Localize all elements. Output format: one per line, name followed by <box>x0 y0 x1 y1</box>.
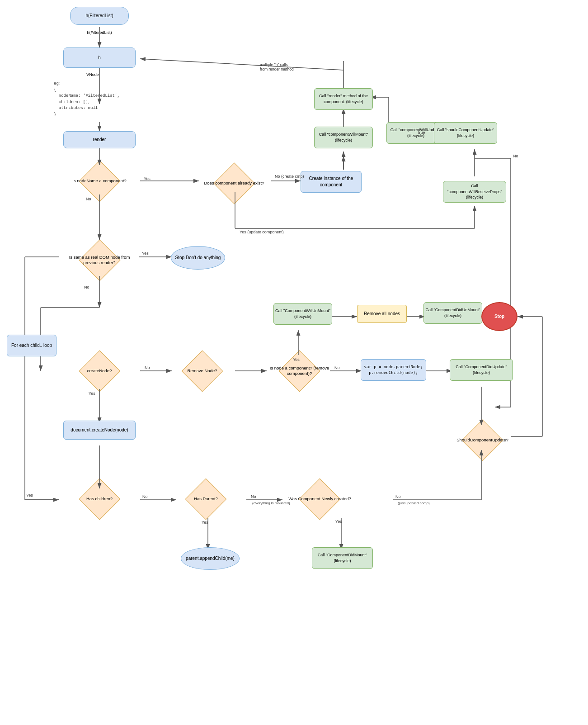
is-node-component-diamond: Is node a component? (remove component)? <box>260 351 339 391</box>
yes-has-children-label: Yes <box>26 493 33 498</box>
does-component-exist-diamond: Does component already exist? <box>193 163 275 204</box>
call-component-did-update-node: Call "ComponentDidUpdate" (lifecycle) <box>450 359 513 381</box>
for-each-child-loop-node: For each child.. loop <box>7 335 56 356</box>
render-box-node: render <box>63 131 136 148</box>
stop-red-node: Stop <box>481 302 517 331</box>
call-component-will-mount-node: Call "componentWillMount" (lifecycle) <box>314 127 373 148</box>
should-component-update-diamond: ShouldComponentUpdate? <box>441 420 524 460</box>
remove-node-diamond: Remove Node? <box>165 351 240 391</box>
h-box-node: h <box>63 47 136 68</box>
yes-update-component-label: Yes (update component) <box>240 230 284 234</box>
svg-line-10 <box>140 59 343 70</box>
no-same-dom-label: No <box>84 285 89 289</box>
is-nodename-component-diamond: Is nodeName a component? <box>59 161 140 201</box>
has-children-diamond: Has children? <box>59 479 140 519</box>
yes-create-node-label: Yes <box>89 391 95 396</box>
call-component-will-unmount-node: Call "ComponentWillUnMount" (lifecycle) <box>273 303 332 325</box>
yes-label-nodename: Yes <box>144 176 151 181</box>
h-filtered-list-call-label: h(FilteredList) <box>70 28 129 37</box>
vnode-label-node: VNode <box>70 70 115 79</box>
just-updated-comp-label: (just updated comp) <box>398 501 430 505</box>
call-component-will-receive-props-node: Call "componentWillReceiveProps" (lifecy… <box>443 181 506 203</box>
has-parent-diamond: Has Parent? <box>166 479 245 519</box>
var-p-node: var p = node.parentNode; p.removeChild(n… <box>361 359 426 381</box>
call-should-component-update-node: Call "shouldComponentUpdate" (lifecycle) <box>434 122 497 144</box>
stop-dont-do-anything-node: Stop Don't do anything <box>171 246 225 270</box>
create-instance-node: Create instance of the component <box>301 171 362 193</box>
no-create-cmp-label: No (create cmp) <box>275 174 304 179</box>
no-should-update: No <box>513 154 518 158</box>
is-same-as-real-dom-diamond: Is same as real DOM node from previous r… <box>59 240 140 280</box>
call-render-method-node: Call "render" method of the component. (… <box>314 88 373 110</box>
was-component-newly-created-diamond: Was Component Newly created? <box>276 479 364 519</box>
call-component-did-unmount-node: Call "ComponentDidUnMount" (lifecycle) <box>423 302 482 324</box>
no-create-node-label: No <box>145 365 150 370</box>
h-filtered-list-top-node: h(FilteredList) <box>70 7 129 25</box>
multiple-h-calls-label: multiple "h" callsfrom render method <box>260 62 294 71</box>
no-has-parent-label: No <box>251 494 256 499</box>
document-create-node-node: document.createNode(node) <box>63 421 136 440</box>
yes-same-dom-label: Yes <box>142 251 149 256</box>
yes-has-parent-label: Yes <box>202 520 208 525</box>
call-component-did-mount-node: Call "ComponentDidMount" (lifecycle) <box>312 547 373 569</box>
yes-newly-created-label: Yes <box>335 519 342 524</box>
vnode-example-node: eg: { nodeName: 'FilteredList', children… <box>52 79 133 118</box>
remove-all-nodes-node: Remove all nodes <box>357 305 407 323</box>
no-has-children-label: No <box>142 494 148 499</box>
parent-append-child-node: parent.appendChild(me) <box>181 547 240 570</box>
create-node-diamond: createNode? <box>59 351 140 391</box>
no-newly-created-label: No <box>395 494 401 499</box>
